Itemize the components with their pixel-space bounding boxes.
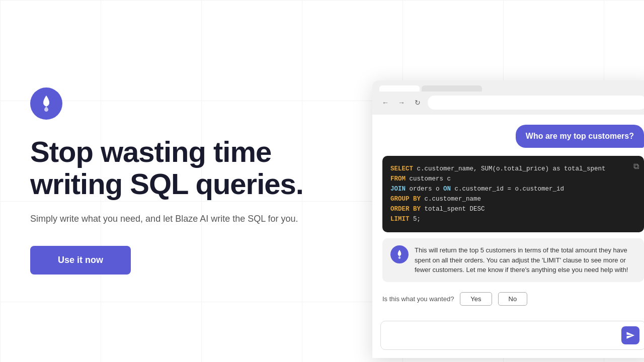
- feedback-no-button[interactable]: No: [498, 292, 528, 306]
- browser-mockup: ← → ↻ Who are my top customers? ⧉ SELECT…: [372, 80, 644, 358]
- cta-button[interactable]: Use it now: [30, 246, 131, 275]
- feedback-yes-button[interactable]: Yes: [460, 292, 492, 306]
- chat-input[interactable]: [387, 331, 621, 339]
- feedback-label: Is this what you wanted?: [382, 295, 454, 303]
- send-icon: [626, 331, 635, 340]
- feedback-row: Is this what you wanted? Yes No: [382, 288, 644, 314]
- user-message-bubble: Who are my top customers?: [516, 125, 644, 148]
- ai-flame-icon: [394, 249, 405, 259]
- flame-icon: [37, 95, 55, 113]
- reload-button[interactable]: ↻: [412, 97, 424, 109]
- send-button[interactable]: [621, 326, 639, 344]
- browser-nav: ← → ↻: [379, 96, 644, 110]
- user-message-container: Who are my top customers?: [382, 125, 644, 148]
- brand-logo: [30, 87, 62, 120]
- ai-avatar: [390, 245, 409, 263]
- copy-icon[interactable]: ⧉: [633, 161, 639, 174]
- code-line-5: ORDER BY total_spent DESC: [390, 204, 636, 214]
- browser-chrome: ← → ↻: [372, 80, 644, 115]
- chat-input-container: [380, 321, 644, 350]
- ai-response-container: ⧉ SELECT c.customer_name, SUM(o.total_pr…: [382, 156, 644, 314]
- sql-code-block: ⧉ SELECT c.customer_name, SUM(o.total_pr…: [382, 156, 644, 232]
- browser-tabs: [379, 85, 644, 92]
- subheadline: Simply write what you need, and let Blaz…: [30, 212, 332, 226]
- code-line-6: LIMIT 5;: [390, 214, 636, 224]
- ai-text-response: This will return the top 5 customers in …: [382, 238, 644, 282]
- chat-input-area: [372, 316, 644, 358]
- chat-area: Who are my top customers? ⧉ SELECT c.cus…: [372, 115, 644, 316]
- browser-tab-inactive[interactable]: [422, 85, 482, 92]
- code-line-2: FROM customers c: [390, 174, 636, 184]
- headline: Stop wasting time writing SQL queries.: [30, 136, 332, 200]
- forward-button[interactable]: →: [395, 97, 408, 109]
- address-bar[interactable]: [428, 96, 644, 110]
- code-line-4: GROUP BY c.customer_name: [390, 194, 636, 204]
- ai-message-text: This will return the top 5 customers in …: [415, 245, 636, 275]
- browser-tab-active[interactable]: [379, 85, 420, 92]
- hero-section: Stop wasting time writing SQL queries. S…: [0, 0, 362, 362]
- code-line-3: JOIN orders o ON c.customer_id = o.custo…: [390, 184, 636, 194]
- back-button[interactable]: ←: [379, 97, 391, 109]
- code-line-1: SELECT c.customer_name, SUM(o.total_pric…: [390, 164, 636, 174]
